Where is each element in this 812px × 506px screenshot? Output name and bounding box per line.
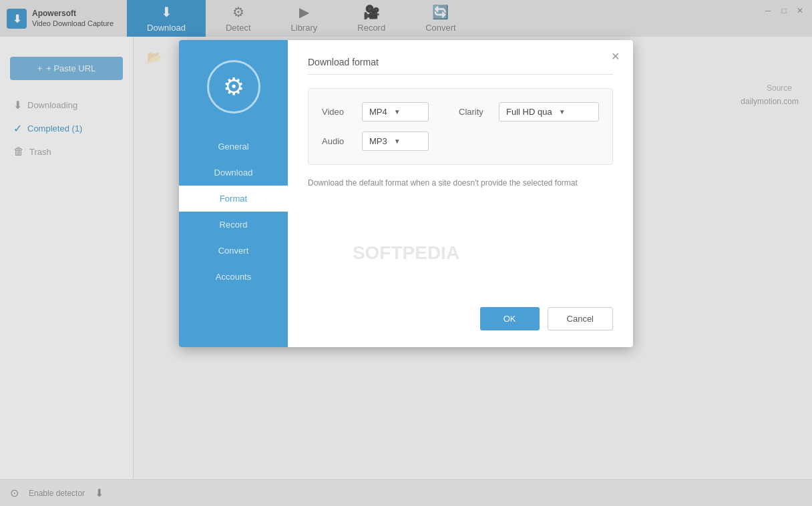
- settings-nav-record[interactable]: Record: [179, 212, 288, 238]
- clarity-select[interactable]: Full HD qua ▼: [499, 102, 599, 121]
- settings-nav-general-label: General: [218, 142, 248, 152]
- settings-nav-record-label: Record: [220, 220, 248, 230]
- dialog-footer: OK Cancel: [480, 307, 613, 330]
- format-hint: Download the default format when a site …: [308, 178, 613, 188]
- settings-sidebar: ⚙ General Download Format Record Convert…: [179, 40, 288, 347]
- settings-logo-icon: ⚙: [223, 73, 244, 101]
- format-hint-text: Download the default format when a site …: [308, 178, 578, 188]
- audio-label: Audio: [322, 136, 352, 146]
- settings-dialog: ⚙ General Download Format Record Convert…: [179, 40, 633, 347]
- audio-format-value: MP3: [369, 136, 387, 146]
- settings-nav-accounts[interactable]: Accounts: [179, 264, 288, 290]
- clarity-value: Full HD qua: [506, 107, 552, 117]
- settings-nav-convert-label: Convert: [218, 246, 249, 256]
- dialog-overlay: SOFTPEDIA ⚙ General Download Format Reco…: [0, 0, 812, 506]
- settings-nav-format-label: Format: [220, 194, 247, 204]
- video-format-row: Video MP4 ▼ Clarity Full HD qua ▼: [322, 102, 599, 121]
- settings-nav-download[interactable]: Download: [179, 160, 288, 186]
- format-grid: Video MP4 ▼ Clarity Full HD qua ▼ Audio: [308, 88, 613, 165]
- audio-format-row: Audio MP3 ▼: [322, 132, 599, 151]
- dialog-close-button[interactable]: ✕: [607, 48, 623, 64]
- cancel-button[interactable]: Cancel: [548, 307, 613, 330]
- audio-format-select[interactable]: MP3 ▼: [362, 132, 429, 151]
- video-format-value: MP4: [369, 107, 387, 117]
- settings-nav-download-label: Download: [214, 168, 253, 178]
- settings-nav-general[interactable]: General: [179, 134, 288, 160]
- clarity-arrow: ▼: [559, 108, 566, 115]
- video-format-arrow: ▼: [394, 108, 401, 115]
- ok-button[interactable]: OK: [480, 307, 540, 330]
- video-label: Video: [322, 107, 352, 117]
- clarity-label: Clarity: [459, 107, 489, 117]
- settings-content: ✕ Download format Video MP4 ▼ Clarity Fu…: [288, 40, 633, 347]
- settings-nav-format[interactable]: Format: [179, 186, 288, 212]
- settings-logo: ⚙: [207, 60, 260, 113]
- audio-format-arrow: ▼: [394, 138, 401, 145]
- format-section-title: Download format: [308, 57, 613, 75]
- video-format-select[interactable]: MP4 ▼: [362, 102, 429, 121]
- settings-nav-convert[interactable]: Convert: [179, 238, 288, 264]
- settings-nav-accounts-label: Accounts: [216, 272, 251, 282]
